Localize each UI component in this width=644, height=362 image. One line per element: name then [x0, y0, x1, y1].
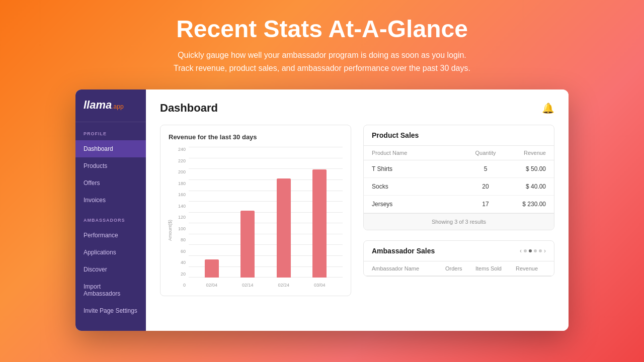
logo-text: llama [84, 99, 112, 111]
bar-0214 [240, 211, 255, 278]
pagination-dot-2 [529, 249, 532, 252]
y-label-40: 40 [169, 260, 189, 265]
sidebar-item-import-ambassadors[interactable]: Import Ambassadors [75, 278, 146, 302]
sidebar-item-performance[interactable]: Performance [75, 227, 146, 244]
x-label-0304: 03/04 [314, 283, 326, 288]
pagination-dot-4 [539, 249, 542, 252]
sidebar-item-applications[interactable]: Applications [75, 244, 146, 261]
pagination-dot-1 [524, 249, 527, 252]
x-label-0214: 02/14 [242, 283, 254, 288]
sidebar-item-invite-page-settings[interactable]: Invite Page Settings [75, 302, 146, 319]
product-sales-card: Product Sales Product Name Quantity Reve… [363, 125, 554, 230]
logo-suffix: .app [112, 103, 123, 110]
ambassador-sales-title: Ambassador Sales [372, 247, 435, 255]
chart-title: Revenue for the last 30 days [169, 133, 343, 141]
product-name-1: T Shirts [372, 165, 465, 172]
table-row: Socks 20 $ 40.00 [364, 178, 554, 196]
ambassador-sales-card: Ambassador Sales ‹ › Ambassador Name Ord [363, 240, 554, 277]
chart-container: Amount($) 0 20 40 60 80 100 120 140 160 … [169, 147, 343, 288]
y-label-20: 20 [169, 272, 189, 277]
bar-group-0304 [312, 169, 327, 278]
pagination-prev[interactable]: ‹ [520, 247, 522, 254]
table-row: Jerseys 17 $ 230.00 [364, 196, 554, 213]
x-axis-labels: 02/04 02/14 02/24 03/04 [189, 283, 343, 288]
hero-subtitle: Quickly gauge how well your ambassador p… [174, 49, 470, 74]
pagination-dot-3 [534, 249, 537, 252]
sidebar-section-ambassadors-label: AMBASSADORS [75, 209, 146, 227]
x-label-0204: 02/04 [206, 283, 217, 288]
ambassador-sales-header: Ambassador Sales ‹ › [364, 241, 554, 261]
product-name-2: Socks [372, 183, 465, 190]
sidebar-item-invoices[interactable]: Invoices [75, 192, 146, 209]
y-label-120: 120 [169, 215, 189, 220]
table-row: T Shirts 5 $ 50.00 [364, 160, 554, 178]
sidebar-item-products[interactable]: Products [75, 157, 146, 174]
sidebar-section-profile-label: PROFILE [75, 122, 146, 140]
sidebar-item-dashboard[interactable]: Dashboard [75, 140, 146, 157]
product-qty-3: 17 [465, 201, 506, 208]
x-label-0224: 02/24 [278, 283, 289, 288]
bar-0224 [277, 178, 291, 278]
product-qty-2: 20 [465, 183, 506, 190]
col-revenue: Revenue [506, 150, 546, 156]
pagination-controls: ‹ › [520, 247, 546, 254]
main-content: Dashboard 🔔 Revenue for the last 30 days… [146, 89, 569, 331]
y-label-60: 60 [169, 249, 189, 254]
amb-col-items: Items Sold [475, 265, 516, 272]
product-revenue-2: $ 40.00 [506, 183, 546, 190]
col-quantity: Quantity [465, 150, 506, 156]
y-label-160: 160 [169, 192, 189, 197]
main-header: Dashboard 🔔 [160, 102, 554, 115]
bar-group-0214 [240, 211, 255, 278]
ambassador-table-header: Ambassador Name Orders Items Sold Revenu… [364, 261, 554, 276]
pagination-next[interactable]: › [544, 247, 546, 254]
sidebar: llama.app PROFILE Dashboard Products Off… [75, 89, 146, 331]
chart-y-axis: Amount($) 0 20 40 60 80 100 120 140 160 … [169, 147, 189, 288]
page-title: Dashboard [160, 102, 218, 115]
hero-title: Recent Stats At-A-Glance [176, 15, 468, 43]
amb-col-orders: Orders [445, 265, 475, 272]
bars-container [189, 147, 343, 278]
y-label-0: 0 [169, 283, 189, 288]
y-label-200: 200 [169, 169, 189, 174]
product-revenue-1: $ 50.00 [506, 165, 546, 172]
product-revenue-3: $ 230.00 [506, 201, 546, 208]
product-sales-table-header: Product Name Quantity Revenue [364, 146, 554, 160]
product-sales-title: Product Sales [364, 125, 554, 146]
y-label-140: 140 [169, 204, 189, 209]
bell-icon[interactable]: 🔔 [542, 102, 554, 114]
chart-area: 02/04 02/14 02/24 03/04 [189, 147, 343, 288]
showing-results: Showing 3 of 3 results [364, 213, 554, 230]
y-label-180: 180 [169, 181, 189, 186]
app-window: llama.app PROFILE Dashboard Products Off… [75, 89, 569, 331]
bar-0204 [205, 259, 219, 278]
y-axis-label: Amount($) [168, 220, 173, 241]
sidebar-item-discover[interactable]: Discover [75, 261, 146, 278]
amb-col-name: Ambassador Name [372, 265, 445, 272]
right-column: Product Sales Product Name Quantity Reve… [363, 125, 554, 296]
bar-group-0224 [277, 178, 291, 278]
col-product-name: Product Name [372, 150, 465, 156]
dashboard-grid: Revenue for the last 30 days Amount($) 0… [160, 125, 554, 296]
sidebar-item-offers[interactable]: Offers [75, 174, 146, 192]
y-label-220: 220 [169, 158, 189, 163]
chart-section: Revenue for the last 30 days Amount($) 0… [160, 125, 351, 296]
bar-group-0204 [205, 259, 219, 278]
y-label-240: 240 [169, 147, 189, 152]
bar-0304 [312, 169, 327, 278]
product-name-3: Jerseys [372, 201, 465, 208]
product-qty-1: 5 [465, 165, 506, 172]
amb-col-revenue: Revenue [516, 265, 546, 272]
sidebar-logo: llama.app [75, 89, 146, 122]
